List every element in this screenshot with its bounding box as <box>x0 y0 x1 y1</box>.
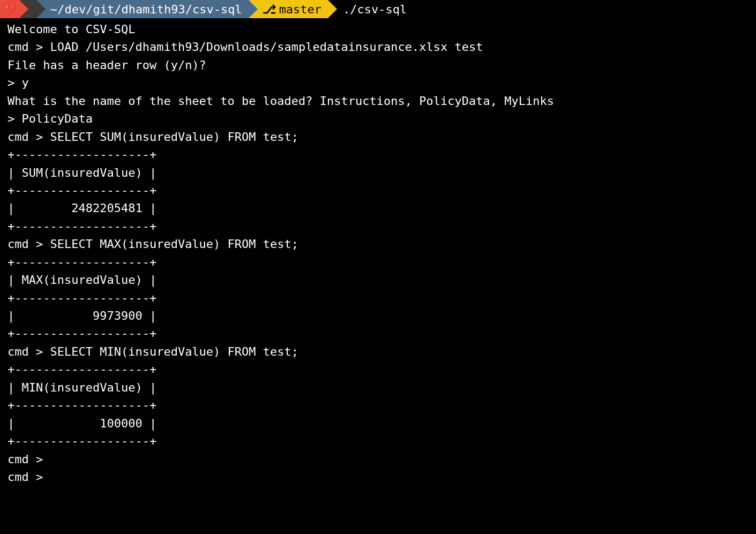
broken-heart-icon: 💔 <box>4 2 16 17</box>
output-line: cmd > LOAD /Users/dhamith93/Downloads/sa… <box>8 40 483 54</box>
output-line: +-------------------+ <box>8 363 156 376</box>
prompt-segment-branch: ⎇ master <box>249 0 328 18</box>
output-line: +-------------------+ <box>8 148 156 161</box>
output-line: | MAX(insuredValue) | <box>8 273 156 287</box>
output-line: cmd > SELECT MIN(insuredValue) FROM test… <box>8 345 298 358</box>
output-line: +-------------------+ <box>8 184 156 197</box>
output-line: | 2482205481 | <box>8 201 156 215</box>
output-line: | SUM(insuredValue) | <box>8 166 156 179</box>
output-line: +-------------------+ <box>8 255 156 269</box>
output-line: cmd > SELECT SUM(insuredValue) FROM test… <box>8 130 298 144</box>
output-line: +-------------------+ <box>8 220 156 233</box>
output-line: File has a header row (y/n)? <box>8 58 206 72</box>
output-line: +-------------------+ <box>8 434 156 448</box>
output-line: +-------------------+ <box>8 327 156 340</box>
output-line: > PolicyData <box>8 112 93 125</box>
git-branch-icon: ⎇ <box>263 1 276 18</box>
output-line: +-------------------+ <box>8 291 156 305</box>
shell-prompt: 💔 ~/dev/git/dhamith93/csv-sql ⎇ master .… <box>0 0 756 18</box>
git-branch-name: master <box>279 1 321 18</box>
current-path: ~/dev/git/dhamith93/csv-sql <box>50 1 242 18</box>
prompt-segment-command: ./csv-sql <box>328 0 413 18</box>
terminal-output[interactable]: Welcome to CSV-SQL cmd > LOAD /Users/dha… <box>0 18 756 488</box>
output-line: > y <box>8 76 29 89</box>
cmd-prompt-line[interactable]: cmd > <box>8 470 43 484</box>
running-command: ./csv-sql <box>343 1 407 18</box>
prompt-segment-status: 💔 <box>0 0 19 18</box>
output-line: cmd > SELECT MAX(insuredValue) FROM test… <box>8 237 298 251</box>
output-line: | 9973900 | <box>8 309 156 322</box>
output-line: | 100000 | <box>8 417 156 430</box>
welcome-line: Welcome to CSV-SQL <box>8 22 135 36</box>
output-line: | MIN(insuredValue) | <box>8 381 156 394</box>
output-line: +-------------------+ <box>8 398 156 412</box>
prompt-segment-path: ~/dev/git/dhamith93/csv-sql <box>36 0 249 18</box>
output-line: What is the name of the sheet to be load… <box>8 94 554 108</box>
cmd-prompt-line[interactable]: cmd > <box>8 453 43 466</box>
